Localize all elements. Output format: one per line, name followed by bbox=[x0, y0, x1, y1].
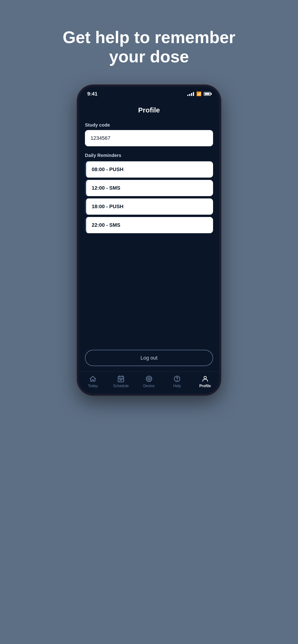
battery-icon bbox=[204, 92, 211, 96]
svg-point-6 bbox=[204, 376, 206, 379]
svg-point-2 bbox=[147, 377, 151, 381]
nav-item-today[interactable]: Today bbox=[81, 375, 104, 388]
nav-item-schedule[interactable]: Schedule bbox=[109, 375, 133, 388]
nav-label-schedule: Schedule bbox=[113, 384, 129, 388]
profile-body: Study code Daily Reminders 08:00 - PUSH … bbox=[79, 122, 219, 345]
status-icons: 📶 bbox=[187, 91, 211, 96]
nav-label-device: Device bbox=[143, 384, 155, 388]
nav-item-help[interactable]: Help bbox=[165, 375, 189, 388]
help-icon bbox=[173, 375, 181, 382]
nav-label-profile: Profile bbox=[199, 384, 211, 388]
nav-label-help: Help bbox=[173, 384, 181, 388]
reminder-item-1[interactable]: 08:00 - PUSH bbox=[85, 161, 213, 178]
reminder-item-2[interactable]: 12:00 - SMS bbox=[85, 180, 213, 196]
schedule-icon bbox=[117, 375, 125, 382]
reminder-item-3[interactable]: 18:00 - PUSH bbox=[85, 198, 213, 215]
reminder-item-4[interactable]: 22:00 - SMS bbox=[85, 217, 213, 233]
wifi-icon: 📶 bbox=[196, 91, 201, 96]
status-bar: 9:41 📶 bbox=[79, 87, 219, 99]
nav-label-today: Today bbox=[88, 384, 98, 388]
profile-icon bbox=[201, 375, 209, 382]
bottom-nav: Today Schedule Device bbox=[79, 372, 219, 394]
device-icon bbox=[145, 375, 153, 382]
phone-content: Profile Study code Daily Reminders 08:00… bbox=[79, 99, 219, 394]
page-headline: Get help to remember your dose bbox=[63, 28, 235, 66]
time-display: 9:41 bbox=[87, 91, 98, 97]
study-code-input[interactable] bbox=[85, 130, 213, 146]
signal-icon bbox=[187, 92, 194, 96]
study-code-label: Study code bbox=[85, 122, 213, 128]
svg-point-5 bbox=[177, 380, 177, 380]
reminders-label: Daily Reminders bbox=[85, 153, 213, 158]
logout-area: Log out bbox=[79, 345, 219, 372]
nav-item-device[interactable]: Device bbox=[137, 375, 161, 388]
phone-frame: 9:41 📶 Profile Study code Daily Reminder… bbox=[77, 85, 221, 396]
logout-button[interactable]: Log out bbox=[85, 350, 213, 366]
home-icon bbox=[89, 375, 97, 382]
screen-title: Profile bbox=[79, 99, 219, 122]
svg-point-1 bbox=[148, 378, 150, 380]
nav-item-profile[interactable]: Profile bbox=[194, 375, 217, 388]
